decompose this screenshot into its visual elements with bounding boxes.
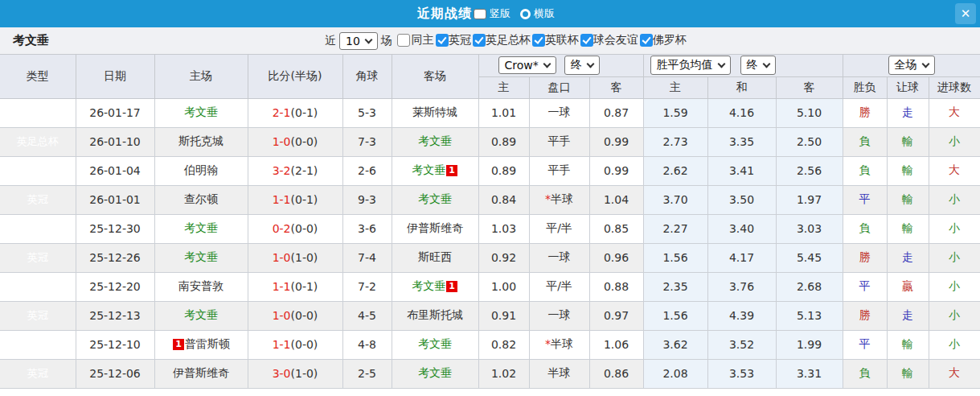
- handicap-away-odds-cell: 0.85: [589, 214, 643, 243]
- match-type-cell: 英冠: [0, 243, 76, 272]
- halftime-score: (0-1): [291, 106, 318, 119]
- corners-cell: 7-3: [342, 127, 392, 156]
- result-cell: 勝: [843, 301, 887, 330]
- goals-result-cell: 小: [929, 301, 980, 330]
- avg-away-odds-cell: 2.68: [776, 272, 843, 301]
- score-cell: 2-1(0-1): [248, 98, 342, 127]
- corners-cell: 7-4: [342, 243, 392, 272]
- match-type-cell: 英冠: [0, 214, 76, 243]
- radio-horizontal-label[interactable]: 横版: [534, 6, 555, 21]
- avg-draw-odds-cell: 4.17: [707, 243, 776, 272]
- chevron-down-icon: [543, 60, 551, 68]
- radio-vertical-layout[interactable]: [474, 9, 486, 19]
- team-name: 查尔顿: [184, 192, 218, 205]
- corners-cell: 4-5: [342, 301, 392, 330]
- date-cell: 25-12-13: [76, 301, 154, 330]
- avg-away-odds-cell: 2.50: [776, 127, 843, 156]
- avg-odds-select[interactable]: 胜平负均值: [650, 56, 731, 75]
- handicap-home-odds-cell: 0.89: [478, 156, 529, 185]
- goals-result-cell: 小: [929, 127, 980, 156]
- avg-away-odds-cell: 3.31: [776, 359, 843, 388]
- avg-home-odds-cell: 3.70: [643, 185, 707, 214]
- checkbox-checked-icon[interactable]: [532, 34, 545, 47]
- col-result: 胜负: [843, 76, 887, 98]
- radio-horizontal-layout[interactable]: [520, 9, 531, 19]
- col-corners: 角球: [342, 55, 392, 98]
- checkbox-checked-icon[interactable]: [580, 34, 593, 47]
- filter-checkbox-item: 英联杯: [532, 33, 579, 47]
- games-label: 场: [381, 34, 392, 48]
- close-icon[interactable]: ✕: [955, 3, 976, 24]
- halftime-score: (0-1): [291, 280, 318, 293]
- team-name: 考文垂: [418, 366, 452, 379]
- team-name: 考文垂: [184, 250, 218, 263]
- col-handicap: 盘口: [529, 76, 589, 98]
- score-cell: 1-1(0-1): [248, 185, 342, 214]
- radio-vertical-label[interactable]: 竖版: [490, 6, 511, 21]
- filter-checkbox-label[interactable]: 佛罗杯: [653, 33, 687, 47]
- home-team-cell: 伯明翰: [154, 156, 248, 185]
- home-team-cell: 考文垂: [154, 214, 248, 243]
- goals-result-cell: 大: [929, 156, 980, 185]
- match-type-cell: 英冠: [0, 98, 76, 127]
- match-type-cell: 英冠: [0, 330, 76, 359]
- avg-draw-odds-cell: 3.40: [707, 214, 776, 243]
- red-card-badge: 1: [446, 165, 457, 176]
- handicap-away-odds-cell: 1.04: [589, 185, 643, 214]
- filter-checkbox-label[interactable]: 英足总杯: [486, 33, 531, 47]
- match-row: 英冠26-01-01查尔顿1-1(0-1)9-3考文垂0.84*半球1.043.…: [0, 185, 980, 214]
- filter-checkbox-label[interactable]: 同主: [412, 33, 434, 47]
- handicap-home-odds-cell: 1.01: [478, 98, 529, 127]
- match-row: 英冠25-12-20南安普敦1-1(0-1)7-2考文垂11.00平/半0.88…: [0, 272, 980, 301]
- filter-checkbox-label[interactable]: 英联杯: [545, 33, 579, 47]
- result-cell: 勝: [843, 98, 887, 127]
- avg-draw-odds-cell: 4.39: [707, 301, 776, 330]
- filter-checkbox-label[interactable]: 球会友谊: [593, 33, 638, 47]
- home-team-cell: 查尔顿: [154, 185, 248, 214]
- avg-home-odds-cell: 2.62: [643, 156, 707, 185]
- scope-select[interactable]: 全场: [888, 56, 935, 75]
- filter-checkbox-item: 英冠: [436, 33, 471, 47]
- handicap-cell: 平/半: [529, 214, 589, 243]
- checkbox-unchecked-icon[interactable]: [397, 34, 410, 47]
- col-away: 客场: [392, 55, 478, 98]
- filter-checkbox-label[interactable]: 英冠: [449, 33, 471, 47]
- match-row: 英冠25-12-30考文垂0-2(0-0)3-6伊普斯维奇1.03平/半0.85…: [0, 214, 980, 243]
- avg-draw-odds-cell: 3.52: [707, 330, 776, 359]
- date-cell: 25-12-20: [76, 272, 154, 301]
- avg-time-select[interactable]: 终: [740, 56, 776, 75]
- match-row: 英冠26-01-04伯明翰3-2(2-1)2-6考文垂10.89平手0.992.…: [0, 156, 980, 185]
- chevron-down-icon: [921, 60, 929, 68]
- away-team-cell: 伊普斯维奇: [392, 214, 478, 243]
- avg-away-odds-cell: 5.45: [776, 243, 843, 272]
- result-cell: 負: [843, 359, 887, 388]
- handicap-time-select[interactable]: 终: [564, 56, 600, 75]
- checkbox-checked-icon[interactable]: [640, 34, 653, 47]
- col-type: 类型: [0, 55, 76, 98]
- away-team-cell: 考文垂1: [392, 272, 478, 301]
- halftime-score: (0-0): [291, 309, 318, 322]
- away-team-cell: 考文垂: [392, 127, 478, 156]
- fulltime-score: 2-1: [273, 106, 291, 119]
- checkbox-checked-icon[interactable]: [473, 34, 486, 47]
- result-cell: 平: [843, 330, 887, 359]
- result-cell: 負: [843, 156, 887, 185]
- result-cell: 平: [843, 272, 887, 301]
- goals-result-cell: 小: [929, 330, 980, 359]
- handicap-result-cell: 輸: [887, 214, 929, 243]
- filter-checkbox-item: 同主: [397, 33, 434, 47]
- col-date: 日期: [76, 55, 154, 98]
- checkbox-checked-icon[interactable]: [436, 34, 449, 47]
- away-team-cell: 考文垂: [392, 185, 478, 214]
- avg-draw-odds-cell: 4.16: [707, 98, 776, 127]
- bookmaker-select[interactable]: Crow*: [498, 56, 556, 74]
- col-avg-home: 主: [643, 76, 707, 98]
- score-cell: 0-2(0-0): [248, 214, 342, 243]
- changed-handicap-star: *: [545, 192, 551, 205]
- match-row: 英冠26-01-17考文垂2-1(0-1)5-3莱斯特城1.01一球0.871.…: [0, 98, 980, 127]
- recent-count-select[interactable]: 10: [339, 32, 378, 50]
- halftime-score: (2-1): [291, 164, 318, 177]
- handicap-home-odds-cell: 0.92: [478, 243, 529, 272]
- match-type-cell: 英冠: [0, 156, 76, 185]
- fulltime-score: 0-2: [273, 222, 291, 235]
